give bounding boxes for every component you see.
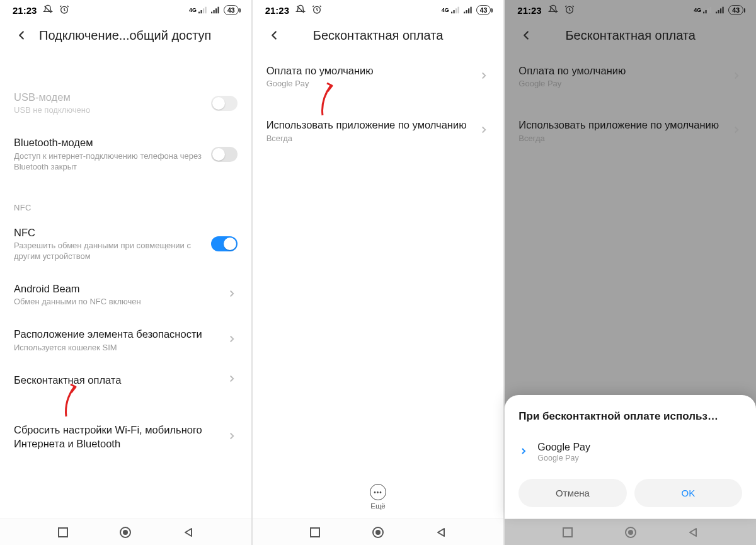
svg-rect-26 xyxy=(706,10,707,13)
usb-toggle xyxy=(211,96,238,111)
nav-back[interactable] xyxy=(428,520,454,545)
svg-rect-33 xyxy=(563,528,572,537)
ok-button[interactable]: OK xyxy=(634,479,742,507)
settings-list[interactable]: USB-модем USB не подключено Bluetooth-мо… xyxy=(0,55,251,519)
item-title: Bluetooth-модем xyxy=(14,136,211,149)
nav-back[interactable] xyxy=(680,520,706,545)
chevron-right-icon xyxy=(478,124,490,138)
signal-icon xyxy=(451,5,460,16)
svg-point-11 xyxy=(123,530,128,535)
signal-icon-2 xyxy=(464,5,472,16)
svg-rect-31 xyxy=(720,8,721,13)
item-title: NFC xyxy=(14,226,211,239)
back-button[interactable] xyxy=(265,26,283,44)
more-button[interactable]: ••• Ещё xyxy=(253,476,504,519)
dialog-title: При бесконтактной оплате использ… xyxy=(518,410,742,423)
option-title: Google Pay xyxy=(537,442,742,453)
signal-icon-2 xyxy=(211,5,220,16)
svg-rect-14 xyxy=(453,10,454,13)
phone-screen-3: 21:23 4G 43 Бесконтактная оплата Оплата … xyxy=(505,0,756,545)
net-type: 4G xyxy=(694,7,701,13)
use-default-app-item[interactable]: Использовать приложение по умолчанию Все… xyxy=(253,110,504,152)
back-button[interactable] xyxy=(13,26,30,44)
default-payment-item[interactable]: Оплата по умолчанию Google Pay xyxy=(253,55,504,98)
nfc-toggle[interactable] xyxy=(211,236,238,251)
dialog-option-googlepay[interactable]: Google Pay Google Pay xyxy=(518,435,742,474)
svg-rect-32 xyxy=(723,6,724,13)
bluetooth-toggle[interactable] xyxy=(211,147,238,162)
more-label: Ещё xyxy=(370,502,386,510)
android-beam-item[interactable]: Android Beam Обмен данными по NFC включе… xyxy=(0,272,251,318)
payment-app-dialog: При бесконтактной оплате использ… Google… xyxy=(505,395,756,519)
item-subtitle: USB не подключено xyxy=(14,105,211,116)
contactless-payment-item[interactable]: Бесконтактная оплата xyxy=(0,363,251,397)
item-title: Расположение элемента безопасности xyxy=(14,328,220,341)
nav-home[interactable] xyxy=(113,520,138,545)
svg-rect-25 xyxy=(703,11,704,13)
nav-recent[interactable] xyxy=(555,520,580,545)
signal-icon xyxy=(703,5,712,16)
header: Бесконтактная оплата xyxy=(505,18,756,55)
usb-tethering-item: USB-модем USB не подключено xyxy=(0,81,251,126)
item-subtitle: Используется кошелек SIM xyxy=(14,343,220,353)
dnd-icon xyxy=(295,4,306,16)
alarm-icon xyxy=(59,4,69,16)
status-bar: 21:23 4G 43 xyxy=(505,0,756,18)
cancel-button[interactable]: Отмена xyxy=(518,479,626,507)
page-title: Бесконтактная оплата xyxy=(535,28,726,43)
nav-recent[interactable] xyxy=(302,520,328,545)
dnd-icon xyxy=(43,4,53,16)
nav-recent[interactable] xyxy=(50,520,76,545)
alarm-icon xyxy=(564,4,575,16)
nfc-item[interactable]: NFC Разрешить обмен данными при совмещен… xyxy=(0,216,251,272)
svg-point-35 xyxy=(628,530,633,535)
chevron-right-icon xyxy=(478,70,490,84)
nav-bar xyxy=(505,519,756,545)
net-type: 4G xyxy=(189,7,197,13)
use-default-app-item: Использовать приложение по умолчанию Все… xyxy=(505,110,756,152)
nav-bar xyxy=(0,519,251,545)
settings-list[interactable]: Оплата по умолчанию Google Pay Использов… xyxy=(253,55,504,476)
option-subtitle: Google Pay xyxy=(537,454,742,462)
svg-rect-9 xyxy=(59,528,67,537)
header: Подключение...общий доступ xyxy=(0,18,251,55)
item-title: Использовать приложение по умолчанию xyxy=(266,118,472,132)
svg-rect-3 xyxy=(203,8,204,13)
status-bar: 21:23 4G 43 xyxy=(253,0,504,18)
status-bar: 21:23 4G 43 xyxy=(0,0,251,18)
svg-rect-15 xyxy=(455,8,457,13)
item-subtitle: Google Pay xyxy=(266,79,472,89)
svg-rect-29 xyxy=(716,11,717,13)
nav-back[interactable] xyxy=(176,520,201,545)
back-button[interactable] xyxy=(517,26,535,44)
item-title: Использовать приложение по умолчанию xyxy=(518,118,724,132)
secure-element-item[interactable]: Расположение элемента безопасности Испол… xyxy=(0,318,251,363)
nfc-section-header: NFC xyxy=(0,183,251,216)
svg-rect-30 xyxy=(718,10,719,13)
svg-rect-4 xyxy=(205,6,206,13)
page-title: Бесконтактная оплата xyxy=(283,28,474,43)
svg-rect-20 xyxy=(470,6,471,13)
battery-icon: 43 xyxy=(224,5,239,15)
chevron-right-icon xyxy=(226,288,238,302)
status-time: 21:23 xyxy=(265,5,289,16)
nav-home[interactable] xyxy=(618,520,643,545)
item-subtitle: Разрешить обмен данными при совмещении с… xyxy=(14,241,211,262)
chevron-right-icon xyxy=(226,333,238,347)
dnd-icon xyxy=(548,4,558,16)
svg-rect-16 xyxy=(457,6,459,13)
svg-point-23 xyxy=(375,530,381,535)
bluetooth-tethering-item[interactable]: Bluetooth-модем Доступ к интернет-подклю… xyxy=(0,126,251,182)
nav-home[interactable] xyxy=(365,520,391,545)
status-time: 21:23 xyxy=(13,5,37,16)
item-title: Бесконтактная оплата xyxy=(14,374,220,387)
item-subtitle: Обмен данными по NFC включен xyxy=(14,297,220,307)
svg-rect-2 xyxy=(200,10,202,13)
item-subtitle: Всегда xyxy=(266,134,472,144)
item-title: USB-модем xyxy=(14,91,211,104)
svg-rect-21 xyxy=(311,528,319,537)
reset-network-item[interactable]: Сбросить настройки Wi-Fi, мобильного Инт… xyxy=(0,413,251,461)
item-subtitle: Доступ к интернет-подключению телефона ч… xyxy=(14,151,211,173)
svg-rect-19 xyxy=(468,8,469,13)
item-title: Сбросить настройки Wi-Fi, мобильного Инт… xyxy=(14,423,220,450)
